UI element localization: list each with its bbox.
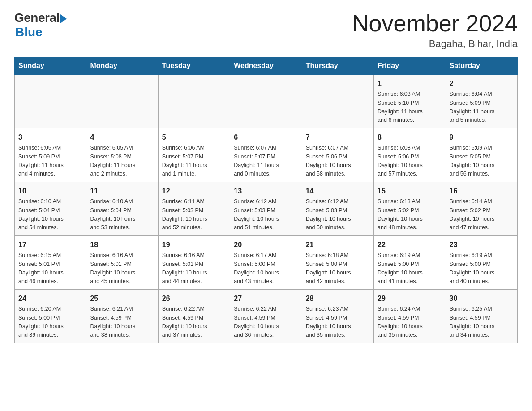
day-info: Sunrise: 6:13 AM Sunset: 5:02 PM Dayligh…: [378, 197, 442, 232]
day-number: 28: [306, 293, 370, 304]
calendar-cell: 13Sunrise: 6:12 AM Sunset: 5:03 PM Dayli…: [230, 182, 302, 236]
calendar-cell: [15, 75, 86, 128]
weekday-header-row: SundayMondayTuesdayWednesdayThursdayFrid…: [15, 57, 518, 75]
week-row-3: 10Sunrise: 6:10 AM Sunset: 5:04 PM Dayli…: [15, 182, 518, 236]
calendar-cell: 9Sunrise: 6:09 AM Sunset: 5:05 PM Daylig…: [446, 128, 517, 182]
day-number: 1: [378, 78, 442, 89]
day-number: 23: [450, 240, 514, 250]
day-info: Sunrise: 6:11 AM Sunset: 5:03 PM Dayligh…: [162, 197, 226, 232]
day-number: 13: [234, 186, 298, 197]
calendar-cell: [230, 75, 302, 128]
week-row-5: 24Sunrise: 6:20 AM Sunset: 5:00 PM Dayli…: [15, 290, 518, 343]
day-info: Sunrise: 6:05 AM Sunset: 5:08 PM Dayligh…: [90, 144, 154, 179]
calendar-subtitle: Bagaha, Bihar, India: [352, 38, 518, 50]
calendar-cell: 16Sunrise: 6:14 AM Sunset: 5:02 PM Dayli…: [446, 182, 517, 236]
calendar-cell: 24Sunrise: 6:20 AM Sunset: 5:00 PM Dayli…: [15, 290, 86, 343]
day-info: Sunrise: 6:07 AM Sunset: 5:06 PM Dayligh…: [306, 144, 370, 179]
page-header: General Blue November 2024 Bagaha, Bihar…: [14, 11, 518, 50]
week-row-1: 1Sunrise: 6:03 AM Sunset: 5:10 PM Daylig…: [15, 75, 518, 128]
day-info: Sunrise: 6:08 AM Sunset: 5:06 PM Dayligh…: [378, 144, 442, 179]
calendar-cell: 26Sunrise: 6:22 AM Sunset: 4:59 PM Dayli…: [158, 290, 230, 343]
day-number: 16: [450, 186, 514, 197]
day-info: Sunrise: 6:24 AM Sunset: 4:59 PM Dayligh…: [378, 305, 442, 340]
day-number: 2: [450, 78, 514, 89]
calendar-cell: 29Sunrise: 6:24 AM Sunset: 4:59 PM Dayli…: [374, 290, 446, 343]
calendar-cell: 21Sunrise: 6:18 AM Sunset: 5:00 PM Dayli…: [302, 236, 373, 290]
calendar-cell: 11Sunrise: 6:10 AM Sunset: 5:04 PM Dayli…: [86, 182, 158, 236]
day-number: 15: [378, 186, 442, 197]
day-number: 8: [378, 132, 442, 143]
day-number: 17: [18, 240, 82, 250]
calendar-cell: 20Sunrise: 6:17 AM Sunset: 5:00 PM Dayli…: [230, 236, 302, 290]
day-number: 29: [378, 293, 442, 304]
day-info: Sunrise: 6:12 AM Sunset: 5:03 PM Dayligh…: [306, 197, 370, 232]
day-number: 7: [306, 132, 370, 143]
day-number: 22: [378, 240, 442, 250]
day-info: Sunrise: 6:10 AM Sunset: 5:04 PM Dayligh…: [18, 197, 82, 232]
day-number: 30: [450, 293, 514, 304]
day-info: Sunrise: 6:04 AM Sunset: 5:09 PM Dayligh…: [450, 90, 514, 125]
day-number: 21: [306, 240, 370, 250]
day-number: 19: [162, 240, 226, 250]
weekday-header-friday: Friday: [374, 57, 446, 75]
day-number: 6: [234, 132, 298, 143]
calendar-cell: 12Sunrise: 6:11 AM Sunset: 5:03 PM Dayli…: [158, 182, 230, 236]
calendar-cell: 30Sunrise: 6:25 AM Sunset: 4:59 PM Dayli…: [446, 290, 517, 343]
day-info: Sunrise: 6:20 AM Sunset: 5:00 PM Dayligh…: [18, 305, 82, 340]
calendar-title: November 2024: [352, 11, 518, 36]
logo: General Blue: [14, 11, 67, 39]
calendar-cell: 19Sunrise: 6:16 AM Sunset: 5:01 PM Dayli…: [158, 236, 230, 290]
calendar-cell: 10Sunrise: 6:10 AM Sunset: 5:04 PM Dayli…: [15, 182, 86, 236]
day-info: Sunrise: 6:03 AM Sunset: 5:10 PM Dayligh…: [378, 90, 442, 125]
calendar-cell: 23Sunrise: 6:19 AM Sunset: 5:00 PM Dayli…: [446, 236, 517, 290]
day-number: 11: [90, 186, 154, 197]
calendar-cell: 7Sunrise: 6:07 AM Sunset: 5:06 PM Daylig…: [302, 128, 373, 182]
day-info: Sunrise: 6:25 AM Sunset: 4:59 PM Dayligh…: [450, 305, 514, 340]
day-info: Sunrise: 6:22 AM Sunset: 4:59 PM Dayligh…: [234, 305, 298, 340]
day-info: Sunrise: 6:17 AM Sunset: 5:00 PM Dayligh…: [234, 251, 298, 286]
day-info: Sunrise: 6:16 AM Sunset: 5:01 PM Dayligh…: [162, 251, 226, 286]
logo-triangle-icon: [60, 14, 67, 23]
day-number: 14: [306, 186, 370, 197]
week-row-2: 3Sunrise: 6:05 AM Sunset: 5:09 PM Daylig…: [15, 128, 518, 182]
weekday-header-tuesday: Tuesday: [158, 57, 230, 75]
calendar-cell: [86, 75, 158, 128]
day-info: Sunrise: 6:10 AM Sunset: 5:04 PM Dayligh…: [90, 197, 154, 232]
day-number: 12: [162, 186, 226, 197]
calendar-cell: [158, 75, 230, 128]
weekday-header-monday: Monday: [86, 57, 158, 75]
logo-blue-text: Blue: [15, 25, 43, 39]
calendar-cell: 27Sunrise: 6:22 AM Sunset: 4:59 PM Dayli…: [230, 290, 302, 343]
calendar-cell: 5Sunrise: 6:06 AM Sunset: 5:07 PM Daylig…: [158, 128, 230, 182]
calendar-cell: 8Sunrise: 6:08 AM Sunset: 5:06 PM Daylig…: [374, 128, 446, 182]
day-info: Sunrise: 6:19 AM Sunset: 5:00 PM Dayligh…: [378, 251, 442, 286]
day-number: 3: [18, 132, 82, 143]
calendar-cell: 28Sunrise: 6:23 AM Sunset: 4:59 PM Dayli…: [302, 290, 373, 343]
calendar-cell: 6Sunrise: 6:07 AM Sunset: 5:07 PM Daylig…: [230, 128, 302, 182]
day-number: 26: [162, 293, 226, 304]
day-info: Sunrise: 6:06 AM Sunset: 5:07 PM Dayligh…: [162, 144, 226, 179]
day-info: Sunrise: 6:14 AM Sunset: 5:02 PM Dayligh…: [450, 197, 514, 232]
calendar-cell: 25Sunrise: 6:21 AM Sunset: 4:59 PM Dayli…: [86, 290, 158, 343]
calendar-cell: 17Sunrise: 6:15 AM Sunset: 5:01 PM Dayli…: [15, 236, 86, 290]
calendar-cell: 1Sunrise: 6:03 AM Sunset: 5:10 PM Daylig…: [374, 75, 446, 128]
title-block: November 2024 Bagaha, Bihar, India: [352, 11, 518, 50]
day-number: 25: [90, 293, 154, 304]
day-info: Sunrise: 6:12 AM Sunset: 5:03 PM Dayligh…: [234, 197, 298, 232]
day-info: Sunrise: 6:21 AM Sunset: 4:59 PM Dayligh…: [90, 305, 154, 340]
calendar-cell: 22Sunrise: 6:19 AM Sunset: 5:00 PM Dayli…: [374, 236, 446, 290]
weekday-header-saturday: Saturday: [446, 57, 517, 75]
calendar-table: SundayMondayTuesdayWednesdayThursdayFrid…: [14, 57, 518, 343]
day-number: 5: [162, 132, 226, 143]
day-info: Sunrise: 6:18 AM Sunset: 5:00 PM Dayligh…: [306, 251, 370, 286]
day-number: 27: [234, 293, 298, 304]
calendar-cell: 2Sunrise: 6:04 AM Sunset: 5:09 PM Daylig…: [446, 75, 517, 128]
weekday-header-wednesday: Wednesday: [230, 57, 302, 75]
day-info: Sunrise: 6:22 AM Sunset: 4:59 PM Dayligh…: [162, 305, 226, 340]
calendar-cell: 4Sunrise: 6:05 AM Sunset: 5:08 PM Daylig…: [86, 128, 158, 182]
calendar-cell: [302, 75, 373, 128]
calendar-cell: 14Sunrise: 6:12 AM Sunset: 5:03 PM Dayli…: [302, 182, 373, 236]
day-info: Sunrise: 6:09 AM Sunset: 5:05 PM Dayligh…: [450, 144, 514, 179]
day-info: Sunrise: 6:19 AM Sunset: 5:00 PM Dayligh…: [450, 251, 514, 286]
day-info: Sunrise: 6:23 AM Sunset: 4:59 PM Dayligh…: [306, 305, 370, 340]
